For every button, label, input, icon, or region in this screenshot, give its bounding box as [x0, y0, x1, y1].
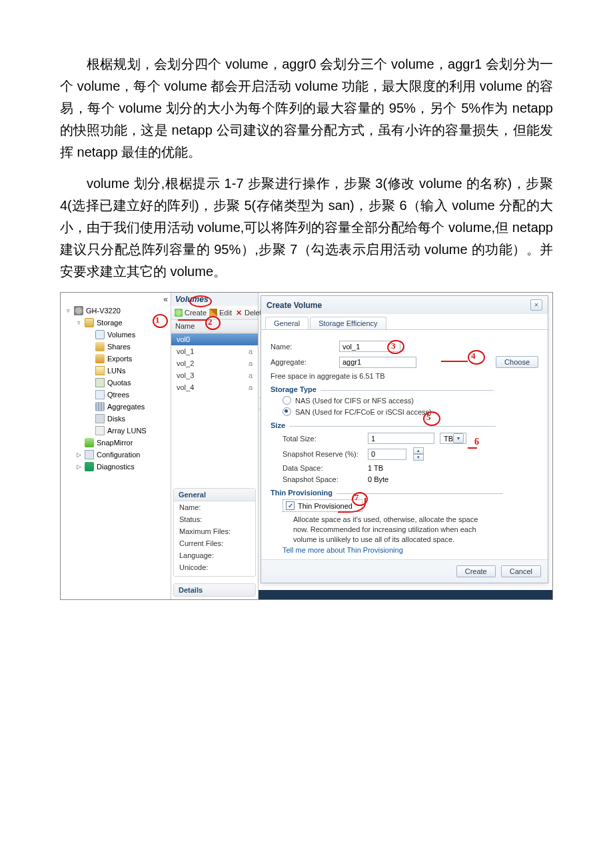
general-unicode: Unicode:	[174, 561, 255, 573]
radio-icon	[283, 396, 291, 405]
annotation-circle-1	[153, 314, 168, 328]
collapse-icon[interactable]: «	[163, 295, 168, 304]
exports-icon	[95, 354, 105, 363]
tree-label: SnapMirror	[97, 439, 133, 447]
aggregate-input[interactable]	[339, 357, 416, 368]
volumes-icon	[95, 330, 105, 339]
general-name: Name:	[174, 501, 255, 513]
section-storage-type: Storage Type	[271, 385, 538, 393]
radio-nas[interactable]: NAS (Used for CIFS or NFS access)	[283, 396, 538, 405]
lbl-snapshot-reserve: Snapshot Reserve (%):	[283, 450, 362, 458]
checkbox-icon: ✓	[286, 501, 295, 510]
tab-general[interactable]: General	[265, 317, 308, 329]
tree-label: LUNs	[107, 367, 126, 375]
total-size-input[interactable]	[368, 433, 434, 444]
nav-tree-panel: « ▿GH-V3220 ▿Storage Volumes Shares Expo…	[61, 293, 171, 599]
tree-luns[interactable]: LUNs	[86, 365, 168, 377]
create-button[interactable]: Create	[175, 309, 207, 317]
expand-icon[interactable]: ▿	[65, 307, 71, 314]
list-item[interactable]: vol0	[171, 333, 258, 345]
thin-hint: Allocate space as it's used, otherwise, …	[293, 515, 493, 545]
annotation-underline-2	[178, 319, 207, 321]
chevron-down-icon: ▾	[413, 454, 424, 461]
tree-disks[interactable]: Disks	[86, 413, 168, 425]
arrayluns-icon	[95, 426, 105, 435]
tree-diagnostics[interactable]: ▷Diagnostics	[75, 461, 168, 473]
dialog-title: Create Volume	[267, 301, 322, 310]
learn-more-link[interactable]: Tell me more about Thin Provisioning	[283, 546, 538, 554]
general-maxfiles: Maximum Files:	[174, 525, 255, 537]
cancel-button[interactable]: Cancel	[501, 565, 541, 577]
list-item[interactable]: vol_2a	[171, 357, 258, 369]
section-size: Size	[271, 421, 538, 429]
snapshot-reserve-input[interactable]	[368, 449, 406, 460]
storage-icon	[85, 318, 94, 327]
chevron-up-icon: ▴	[413, 447, 424, 454]
create-volume-dialog: Create Volume × General Storage Efficien…	[261, 295, 548, 583]
spinner[interactable]: ▴▾	[413, 447, 424, 461]
create-icon	[175, 309, 183, 317]
tree-configuration[interactable]: ▷Configuration	[75, 449, 168, 461]
tree-label: Aggregates	[107, 403, 145, 411]
lbl-total-size: Total Size:	[283, 435, 362, 443]
create-submit-button[interactable]: Create	[456, 565, 496, 577]
general-panel: General Name: Status: Maximum Files: Cur…	[173, 488, 256, 577]
unit-label: TB	[444, 435, 453, 443]
annotation-circle-4	[468, 350, 485, 365]
radio-san[interactable]: SAN (Used for FC/FCoE or iSCSI access)	[283, 407, 538, 416]
snapmirror-icon	[85, 438, 94, 447]
tab-storage-efficiency[interactable]: Storage Efficiency	[310, 317, 386, 329]
lbl-name: Name:	[271, 343, 334, 351]
paragraph-1: 根椐规划，会划分四个 volume，aggr0 会划分三个 volume，agg…	[60, 53, 553, 163]
tree-root[interactable]: ▿GH-V3220	[65, 305, 168, 317]
col-name: Name	[175, 322, 195, 330]
tree-arrayluns[interactable]: Array LUNS	[86, 425, 168, 437]
tree-aggregates[interactable]: Aggregates	[86, 401, 168, 413]
delete-button[interactable]: ✕Delet	[235, 309, 262, 317]
tree-label: Disks	[107, 415, 125, 423]
list-item[interactable]: vol_1a	[171, 345, 258, 357]
expand-icon[interactable]: ▷	[75, 463, 82, 470]
shares-icon	[95, 342, 105, 351]
annotation-circle-2a	[189, 295, 212, 307]
tree-shares[interactable]: Shares	[86, 341, 168, 353]
tree-snapmirror[interactable]: SnapMirror	[75, 437, 168, 449]
tree-label: Configuration	[97, 451, 140, 459]
tree-label: Diagnostics	[97, 463, 135, 471]
qtrees-icon	[95, 390, 105, 399]
general-header: General	[174, 489, 255, 501]
lbl-aggregate: Aggregate:	[271, 358, 334, 366]
radio-label: SAN (Used for FC/FCoE or iSCSI access)	[295, 408, 432, 416]
annotation-underline-4	[441, 361, 468, 362]
lbl-snapshot-space: Snapshot Space:	[283, 475, 362, 483]
list-item[interactable]: vol_3a	[171, 369, 258, 381]
list-item[interactable]: vol_4a	[171, 381, 258, 393]
tree-label: Storage	[97, 319, 123, 327]
screenshot-container: www.bdocx.com « ▿GH-V3220 ▿Storage Volum…	[60, 292, 553, 600]
free-space-text: Free space in aggregate is 6.51 TB	[271, 372, 385, 380]
expand-icon[interactable]: ▿	[75, 319, 82, 326]
luns-icon	[95, 366, 105, 375]
close-button[interactable]: ×	[530, 299, 542, 311]
expand-icon[interactable]: ▷	[75, 451, 82, 458]
volumes-list-panel: Volumes Create Edit ✕Delet Name vol0 vol…	[171, 293, 259, 599]
tree-label: GH-V3220	[86, 307, 121, 315]
tree-quotas[interactable]: Quotas	[86, 377, 168, 389]
radio-icon	[283, 407, 291, 416]
quotas-icon	[95, 378, 105, 387]
disks-icon	[95, 414, 105, 423]
choose-button[interactable]: Choose	[496, 356, 538, 368]
section-thin: Thin Provisioning	[271, 489, 538, 497]
tree-label: Shares	[107, 343, 131, 351]
details-header[interactable]: Details	[173, 583, 256, 597]
unit-select[interactable]: TB▾	[440, 433, 466, 444]
tree-label: Qtrees	[107, 391, 129, 399]
tree-qtrees[interactable]: Qtrees	[86, 389, 168, 401]
tree-exports[interactable]: Exports	[86, 353, 168, 365]
delete-icon: ✕	[235, 309, 243, 317]
annotation-circle-5	[423, 411, 440, 426]
tree-label: Array LUNS	[107, 427, 147, 435]
lbl-data-space: Data Space:	[283, 464, 362, 472]
tree-volumes[interactable]: Volumes	[86, 329, 168, 341]
aggregates-icon	[95, 402, 105, 411]
